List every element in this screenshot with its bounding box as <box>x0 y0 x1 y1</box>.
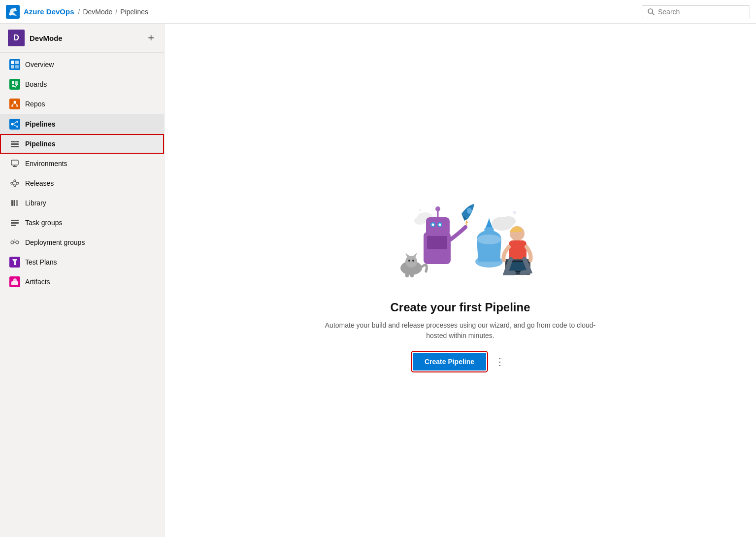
sidebar-item-label-artifacts: Artifacts <box>25 278 50 286</box>
sidebar-item-deployment-groups[interactable]: Deployment groups <box>0 233 164 252</box>
svg-point-58 <box>438 224 441 226</box>
main-content: Create your first Pipeline Automate your… <box>164 24 756 537</box>
svg-rect-22 <box>11 160 18 165</box>
svg-point-26 <box>14 180 16 182</box>
sidebar: D DevMode + Overview <box>0 24 164 537</box>
search-input[interactable] <box>658 8 745 16</box>
search-icon <box>647 8 655 16</box>
svg-point-40 <box>16 241 19 244</box>
svg-point-49 <box>414 217 426 225</box>
breadcrumb-sep-1: / <box>78 8 80 16</box>
svg-point-12 <box>11 123 14 126</box>
svg-point-7 <box>14 101 16 103</box>
sidebar-item-repos[interactable]: Repos <box>0 94 164 114</box>
svg-rect-36 <box>11 220 19 221</box>
sidebar-item-environments[interactable]: Environments <box>0 154 164 173</box>
logo-text: Azure DevOps <box>24 7 74 16</box>
svg-rect-43 <box>11 281 18 285</box>
svg-rect-34 <box>14 200 15 206</box>
empty-state-title: Create your first Pipeline <box>390 301 530 314</box>
sidebar-item-boards[interactable]: Boards <box>0 74 164 94</box>
svg-rect-76 <box>410 271 414 277</box>
repos-icon <box>9 99 20 109</box>
sidebar-item-label-pipelines-header: Pipelines <box>25 120 55 128</box>
svg-line-16 <box>14 125 17 126</box>
sidebar-item-pipelines-header[interactable]: Pipelines <box>0 114 164 134</box>
svg-rect-21 <box>14 141 17 142</box>
svg-point-57 <box>431 224 434 226</box>
svg-point-47 <box>502 216 516 226</box>
svg-rect-75 <box>405 271 409 277</box>
project-info: D DevMode <box>8 30 63 46</box>
sidebar-item-overview[interactable]: Overview <box>0 55 164 74</box>
svg-rect-33 <box>11 200 13 206</box>
project-header: D DevMode + <box>0 24 164 53</box>
empty-state: Create your first Pipeline Automate your… <box>308 180 613 380</box>
sidebar-item-task-groups[interactable]: Task groups <box>0 213 164 233</box>
breadcrumb: / DevMode / Pipelines <box>78 8 638 16</box>
library-icon <box>9 198 20 208</box>
pipelines-header-icon <box>9 119 20 130</box>
empty-state-description: Automate your build and release processe… <box>318 320 603 341</box>
sidebar-item-label-repos: Repos <box>25 100 45 108</box>
svg-rect-53 <box>427 235 447 249</box>
svg-point-72 <box>405 256 417 268</box>
task-groups-icon <box>9 217 20 228</box>
sidebar-item-label-pipelines: Pipelines <box>25 140 55 148</box>
svg-rect-38 <box>11 225 16 226</box>
svg-point-61 <box>467 208 472 214</box>
svg-point-60 <box>435 206 440 211</box>
breadcrumb-devmode[interactable]: DevMode <box>83 8 112 16</box>
svg-rect-3 <box>11 61 14 64</box>
sidebar-item-label-library: Library <box>25 199 46 207</box>
artifacts-icon <box>9 276 20 287</box>
breadcrumb-pipelines: Pipelines <box>120 8 148 16</box>
releases-icon <box>9 178 20 189</box>
sidebar-item-artifacts[interactable]: Artifacts <box>0 272 164 292</box>
sidebar-item-test-plans[interactable]: Test Plans <box>0 252 164 272</box>
svg-point-63 <box>477 235 501 244</box>
svg-rect-4 <box>15 61 19 64</box>
sidebar-item-library[interactable]: Library <box>0 193 164 213</box>
overview-icon <box>9 59 20 70</box>
svg-line-11 <box>15 103 17 105</box>
svg-rect-6 <box>15 65 19 68</box>
sidebar-item-pipelines[interactable]: Pipelines <box>0 134 164 154</box>
sidebar-item-label-overview: Overview <box>25 61 54 68</box>
create-pipeline-button[interactable]: Create Pipeline <box>413 353 486 370</box>
project-avatar: D <box>8 30 25 46</box>
topbar: Azure DevOps / DevMode / Pipelines <box>0 0 756 24</box>
sidebar-item-releases[interactable]: Releases <box>0 173 164 193</box>
more-options-button[interactable]: ⋮ <box>492 353 508 370</box>
project-name: DevMode <box>30 34 63 42</box>
breadcrumb-sep-2: / <box>115 8 117 16</box>
search-box[interactable] <box>642 5 750 18</box>
svg-rect-5 <box>11 65 14 68</box>
deployment-groups-icon <box>9 237 20 248</box>
svg-line-30 <box>16 182 17 183</box>
svg-rect-18 <box>11 143 19 145</box>
azure-devops-logo-icon <box>6 5 20 19</box>
svg-point-64 <box>484 227 494 232</box>
sidebar-item-label-boards: Boards <box>25 80 47 88</box>
pipelines-icon <box>9 138 20 149</box>
logo[interactable]: Azure DevOps <box>6 5 74 19</box>
svg-point-50 <box>513 211 516 214</box>
sidebar-item-label-deployment-groups: Deployment groups <box>25 238 85 246</box>
empty-state-illustration <box>382 190 539 289</box>
svg-point-74 <box>412 260 414 262</box>
svg-point-9 <box>16 105 18 107</box>
svg-line-2 <box>652 13 654 15</box>
svg-line-29 <box>13 182 14 183</box>
environments-icon <box>9 158 20 169</box>
svg-rect-45 <box>14 278 16 280</box>
svg-point-39 <box>11 241 14 244</box>
add-project-button[interactable]: + <box>146 32 156 44</box>
nav-section: Overview Boards <box>0 53 164 294</box>
svg-point-51 <box>419 209 421 211</box>
svg-line-15 <box>14 122 17 124</box>
boards-icon <box>9 79 20 90</box>
svg-line-32 <box>13 184 14 185</box>
svg-point-14 <box>16 126 18 128</box>
svg-rect-37 <box>11 222 19 224</box>
